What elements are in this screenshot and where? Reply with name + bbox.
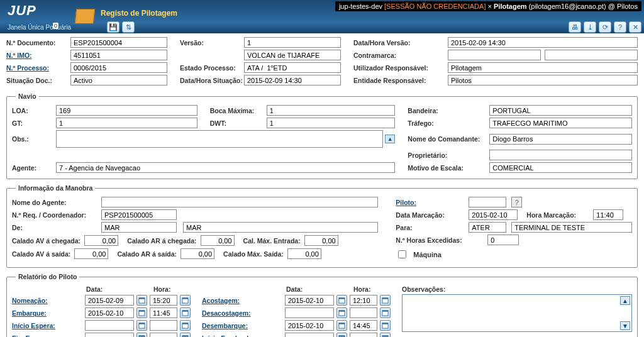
cav-cheg-field[interactable] [84, 235, 118, 246]
contramarca-field2[interactable] [545, 50, 638, 60]
rel-date-field[interactable] [85, 307, 134, 318]
date-time-picker-icon[interactable] [180, 320, 191, 331]
piloto-help-icon[interactable]: ? [511, 197, 522, 207]
piloto-field[interactable] [469, 197, 506, 207]
comandante-field[interactable] [489, 134, 632, 145]
date-time-picker-icon[interactable] [336, 320, 347, 331]
date-time-picker-icon[interactable] [380, 295, 391, 306]
refresh-icon[interactable]: ⟳ [599, 21, 611, 33]
rel-link[interactable]: Fim Espera: [12, 334, 82, 338]
hmarc-field[interactable] [593, 209, 623, 220]
rel-link[interactable]: Acostagem: [202, 297, 282, 304]
piloto-link[interactable]: Piloto: [396, 199, 464, 206]
rel-time-field[interactable] [350, 333, 377, 337]
date-time-picker-icon[interactable] [136, 320, 147, 331]
car-sai-field[interactable] [180, 248, 214, 259]
obs-field[interactable] [56, 130, 383, 148]
cmax-ent-field[interactable] [304, 235, 338, 246]
gt-field[interactable] [56, 118, 197, 128]
loa-field[interactable] [56, 105, 197, 116]
sort-icon[interactable]: ⇅ [122, 21, 135, 33]
date-time-picker-icon[interactable] [336, 295, 347, 306]
motivo-field[interactable] [489, 162, 632, 173]
observacoes-box[interactable]: ▲ ▼ [402, 294, 632, 332]
date-time-picker-icon[interactable] [380, 333, 391, 337]
dmarc-field[interactable] [469, 209, 518, 220]
rel-date-field[interactable] [85, 333, 134, 337]
svg-rect-45 [339, 336, 345, 337]
maquina-checkbox[interactable] [398, 249, 406, 260]
rel-date-field[interactable] [285, 295, 334, 306]
cmax-ent-label: Cal. Máx. Entrada: [243, 237, 301, 245]
n-processo-label[interactable]: N.º Processo: [6, 64, 70, 72]
n-processo-field[interactable] [70, 62, 167, 73]
navio-nome-field[interactable] [244, 50, 341, 60]
dwt-field[interactable] [267, 118, 396, 128]
de-field1[interactable] [101, 222, 177, 233]
trafego-field[interactable] [489, 118, 632, 128]
estado-field[interactable] [244, 62, 341, 73]
mail-icon[interactable] [75, 9, 96, 24]
date-time-picker-icon[interactable] [136, 307, 147, 318]
rel-time-field[interactable] [150, 333, 177, 337]
rel-time-field[interactable] [150, 307, 177, 318]
rel-time-field[interactable] [350, 320, 377, 331]
obs-scroll-up-icon[interactable]: ▲ [620, 296, 630, 305]
date-time-picker-icon[interactable] [180, 333, 191, 337]
nome-agente-field[interactable] [101, 197, 378, 207]
rel-date-field[interactable] [285, 320, 334, 331]
close-icon[interactable]: ✕ [629, 21, 641, 33]
proprietario-field[interactable] [489, 150, 632, 160]
rel-time-field[interactable] [150, 320, 177, 331]
nreq-field[interactable] [101, 209, 177, 220]
para-field2[interactable] [511, 222, 632, 233]
date-time-picker-icon[interactable] [380, 320, 391, 331]
utilizador-field[interactable] [448, 62, 638, 73]
help-icon[interactable]: ? [614, 21, 626, 33]
date-time-picker-icon[interactable] [380, 307, 391, 318]
date-time-picker-icon[interactable] [136, 295, 147, 306]
bandeira-field[interactable] [489, 105, 632, 116]
cav-sai-field[interactable] [74, 248, 108, 259]
rel-link[interactable]: Desembarque: [202, 322, 282, 329]
rel-link[interactable]: Embarque: [12, 309, 82, 317]
agente-field[interactable] [56, 162, 395, 173]
rel-date-field[interactable] [85, 295, 134, 306]
contramarca-field1[interactable] [448, 50, 541, 60]
car-cheg-field[interactable] [201, 235, 235, 246]
date-time-picker-icon[interactable] [180, 295, 191, 306]
dh-versao-field[interactable] [448, 37, 638, 48]
rel-date-field[interactable] [285, 333, 334, 337]
rel-link[interactable]: Início Fundeadouro: [202, 334, 282, 338]
rel-date-field[interactable] [85, 320, 134, 331]
rel-time-field[interactable] [150, 295, 177, 306]
print-icon[interactable]: 🖶 [569, 21, 581, 33]
rel-link[interactable]: Nomeação: [12, 297, 82, 304]
dh-situacao-field[interactable] [244, 75, 341, 86]
n-imo-label[interactable]: N.º IMO: [6, 52, 70, 59]
date-time-picker-icon[interactable] [336, 333, 347, 337]
obs-scroll-down-icon[interactable]: ▼ [620, 321, 630, 330]
de-field2[interactable] [183, 222, 378, 233]
notifications-badge[interactable]: 0 [53, 23, 58, 29]
nh-exc-field[interactable] [487, 235, 519, 245]
versao-field[interactable] [244, 37, 341, 48]
date-time-picker-icon[interactable] [336, 307, 347, 318]
n-documento-field[interactable] [70, 37, 167, 48]
cmax-sai-field[interactable] [287, 248, 321, 259]
n-imo-field[interactable] [70, 50, 167, 60]
date-time-picker-icon[interactable] [180, 307, 191, 318]
export-icon[interactable]: ⤓ [584, 21, 596, 33]
rel-time-field[interactable] [350, 307, 377, 318]
obs-expand-icon[interactable]: ▲ [385, 135, 395, 143]
rel-date-field[interactable] [285, 307, 334, 318]
rel-link[interactable]: Desacostagem: [202, 309, 282, 317]
rel-link[interactable]: Início Espera: [12, 322, 82, 329]
situacao-field[interactable] [70, 75, 167, 86]
save-icon[interactable]: 💾 [107, 21, 119, 33]
date-time-picker-icon[interactable] [136, 333, 147, 337]
entidade-field[interactable] [448, 75, 638, 86]
rel-time-field[interactable] [350, 295, 377, 306]
boca-field[interactable] [267, 105, 396, 116]
para-field1[interactable] [469, 222, 506, 233]
